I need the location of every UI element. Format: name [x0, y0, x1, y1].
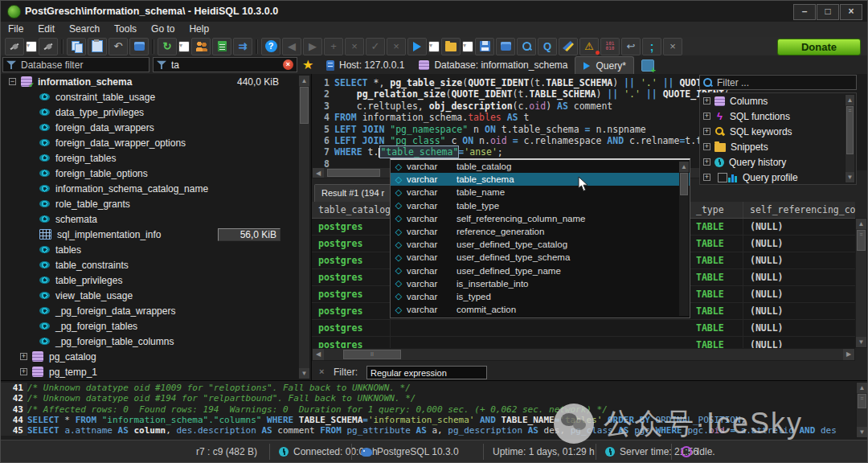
clear-filter-icon[interactable]: × [283, 59, 293, 70]
scroll-down-icon[interactable]: ▼ [299, 368, 309, 379]
export-database-button[interactable] [212, 38, 231, 55]
table-filter-input[interactable] [170, 59, 280, 72]
column-header-self_referencing[interactable]: self_referencing_col [743, 202, 855, 218]
autocomplete-item-user_defined_type_name[interactable]: ◇varcharuser_defined_type_name [391, 264, 690, 277]
helper-item-sql-functions[interactable]: +ϟSQL functions [700, 109, 856, 124]
close-button[interactable]: × [840, 4, 862, 20]
tab-database[interactable]: Database: information_schema [411, 56, 575, 74]
table-row[interactable]: postgresTABLE(NULL) [312, 320, 855, 337]
helper-item-columns[interactable]: +Columns [700, 93, 856, 109]
expand-icon[interactable]: + [703, 128, 710, 135]
tree-item-_pg_foreign_tables[interactable]: _pg_foreign_tables [1, 318, 311, 334]
copy-button[interactable] [67, 38, 86, 55]
insert-row-button[interactable]: + [324, 38, 343, 55]
scroll-up-icon[interactable]: ▲ [857, 383, 867, 393]
delimiter-button[interactable]: ; [642, 38, 661, 55]
refresh-dropdown-button[interactable]: ▾ [178, 41, 190, 52]
scroll-down-icon[interactable]: ▼ [856, 337, 866, 347]
helper-item-snippets[interactable]: +Snippets [700, 139, 856, 154]
menu-item-file[interactable]: File [1, 22, 31, 37]
tree-item-foreign_data_wrappers[interactable]: foreign_data_wrappers [1, 120, 311, 135]
favorite-star-icon[interactable]: ★ [302, 56, 313, 73]
helper-scrollbar[interactable]: ▲ = ▼ [845, 94, 855, 183]
log-scrollbar[interactable]: ▲ = ▼ [856, 382, 868, 438]
donate-button[interactable]: Donate [777, 39, 861, 55]
collapse-icon[interactable]: − [9, 78, 16, 85]
grid-horizontal-scrollbar[interactable]: ◀ II ▶ [312, 348, 855, 361]
expand-icon[interactable]: + [703, 174, 710, 181]
stop-on-errors-button[interactable]: ⚠ [579, 38, 599, 55]
reformat-sql-button[interactable] [559, 38, 578, 55]
helper-item-query-history[interactable]: +Query history [700, 154, 856, 170]
session-manager-button[interactable] [129, 38, 149, 55]
menu-item-edit[interactable]: Edit [31, 22, 62, 37]
tree-item-schemata[interactable]: schemata [1, 211, 311, 227]
autocomplete-item-user_defined_type_catalog[interactable]: ◇varcharuser_defined_type_catalog [391, 238, 690, 251]
tree-item-constraint_table_usage[interactable]: constraint_table_usage [1, 89, 311, 104]
load-sql-file-button[interactable] [441, 38, 461, 55]
previous-result-button[interactable]: ◀ [282, 38, 301, 55]
autocomplete-item-table_type[interactable]: ◇varchartable_type [391, 199, 690, 212]
next-result-button[interactable]: ▶ [303, 38, 322, 55]
autocomplete-item-user_defined_type_schema[interactable]: ◇varcharuser_defined_type_schema [391, 251, 690, 264]
scroll-up-icon[interactable]: ▲ [845, 95, 854, 105]
tree-item-pg_temp_1[interactable]: +pg_temp_1 [1, 364, 311, 379]
refresh-button[interactable]: ↻ [158, 38, 177, 55]
scroll-up-icon[interactable]: ▲ [679, 162, 689, 172]
run-dropdown-button[interactable]: ▾ [428, 41, 440, 52]
connect-dropdown-button[interactable]: ▾ [26, 41, 37, 52]
tree-item-information_schema_catalog_name[interactable]: information_schema_catalog_name [1, 181, 311, 196]
new-query-tab-button[interactable] [634, 56, 661, 74]
expand-icon[interactable]: + [20, 353, 27, 360]
menu-item-search[interactable]: Search [62, 22, 107, 37]
autocomplete-item-reference_generation[interactable]: ◇varcharreference_generation [391, 225, 690, 238]
tree-item-role_table_grants[interactable]: role_table_grants [1, 196, 311, 211]
tree-item-_pg_foreign_table_columns[interactable]: _pg_foreign_table_columns [1, 334, 311, 349]
tree-item-information_schema[interactable]: −✓information_schema440,0 KiB [1, 74, 311, 89]
run-query-button[interactable] [407, 38, 427, 55]
tree-item-pg_catalog[interactable]: +pg_catalog [1, 349, 311, 364]
table-row[interactable]: postgresTABLE(NULL) [312, 337, 855, 348]
menu-item-help[interactable]: Help [182, 22, 216, 37]
tab-host[interactable]: Host: 127.0.0.1 [319, 56, 411, 74]
maximize-button[interactable]: □ [817, 4, 839, 20]
autocomplete-item-is_typed[interactable]: ◇varcharis_typed [391, 290, 690, 303]
checkbox[interactable] [718, 173, 727, 182]
menu-item-tools[interactable]: Tools [107, 22, 144, 37]
autocomplete-item-table_catalog[interactable]: ◇varchartable_catalog [391, 160, 690, 173]
scroll-down-icon[interactable]: ▼ [857, 427, 867, 437]
disconnect-button[interactable] [39, 38, 58, 55]
clear-query-button[interactable]: × [663, 38, 682, 55]
title-bar[interactable]: PostGresch\information_schema\ - HeidiSQ… [1, 1, 867, 22]
find-replace-button[interactable]: Q [538, 38, 557, 55]
result-tab[interactable]: Result #1 (194 r [314, 184, 391, 202]
new-window-button[interactable] [496, 38, 515, 55]
delete-row-button[interactable]: × [345, 38, 364, 55]
tree-item-view_table_usage[interactable]: view_table_usage [1, 288, 311, 303]
scroll-left-icon[interactable]: ◀ [313, 349, 324, 360]
paste-button[interactable] [88, 38, 107, 55]
menu-item-go-to[interactable]: Go to [144, 22, 182, 37]
helper-item-query-profile[interactable]: +Query profile [700, 170, 856, 185]
autocomplete-item-self_referencing_column_name[interactable]: ◇varcharself_referencing_column_name [391, 212, 690, 225]
helper-filter-input[interactable] [715, 76, 853, 89]
wrap-lines-button[interactable]: ↩ [621, 38, 641, 55]
grid-filter-input[interactable] [366, 366, 487, 379]
tree-item-foreign_tables[interactable]: foreign_tables [1, 150, 311, 166]
tree-scrollbar[interactable]: ▲▼ [298, 75, 310, 379]
tree-item-_pg_foreign_data_wrappers[interactable]: _pg_foreign_data_wrappers [1, 303, 311, 318]
autocomplete-item-table_schema[interactable]: ◇varchartable_schema [391, 173, 690, 186]
user-manager-button[interactable] [191, 38, 211, 55]
undo-button[interactable]: ↶ [108, 38, 128, 55]
column-header-table_type[interactable]: _type [690, 202, 743, 218]
expand-icon[interactable]: + [703, 97, 710, 104]
autocomplete-item-is_insertable_into[interactable]: ◇varcharis_insertable_into [391, 277, 690, 290]
tree-item-tables[interactable]: tables [1, 242, 311, 257]
post-changes-button[interactable]: ✓ [366, 38, 385, 55]
help-button[interactable]: ? [261, 38, 280, 55]
autocomplete-item-table_name[interactable]: ◇varchartable_name [391, 186, 690, 199]
binary-view-button[interactable]: 101 010 [600, 38, 620, 55]
tree-item-data_type_privileges[interactable]: data_type_privileges [1, 104, 311, 120]
tree-item-table_constraints[interactable]: table_constraints [1, 257, 311, 272]
expand-icon[interactable]: + [703, 158, 710, 166]
